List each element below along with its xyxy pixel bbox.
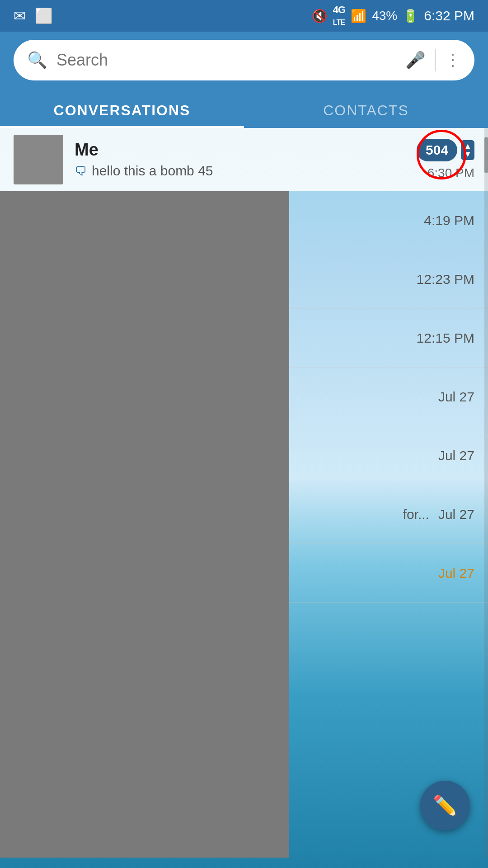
lte-icon: 4GLTE (333, 4, 345, 28)
status-bar-right: 🔇 4GLTE 📶 43% 🔋 6:32 PM (312, 4, 474, 28)
conv-time-3: 12:15 PM (417, 330, 474, 346)
search-icon: 🔍 (27, 51, 47, 70)
compose-button[interactable]: ✏️ (420, 781, 470, 830)
search-bar[interactable]: 🔍 🎤 ⋮ (14, 40, 474, 80)
scrollbar-thumb[interactable] (484, 137, 488, 173)
conv-time-5: Jul 27 (438, 448, 474, 463)
gray-overlay-panel (0, 191, 289, 858)
conv-preview-me: 🗨 hello this a bomb 45 (75, 163, 417, 179)
conv-time-me: 6:30 PM (427, 166, 474, 180)
conv-right-me: 504 ▲ ▼ 6:30 PM (417, 139, 474, 180)
signal-icon: 📶 (351, 9, 366, 24)
compose-icon: ✏️ (433, 794, 458, 817)
conv-time-2: 12:23 PM (417, 272, 474, 287)
conv-text-me: hello this a bomb 45 (92, 163, 213, 179)
avatar-me (14, 135, 63, 184)
time-display: 6:32 PM (424, 8, 474, 24)
conv-info-me: Me 🗨 hello this a bomb 45 (75, 140, 417, 179)
menu-icon[interactable]: ⋮ (445, 51, 461, 70)
arrow-down-icon: ▼ (464, 150, 472, 158)
battery-percent: 43% (372, 9, 397, 23)
main-content: Me 🗨 hello this a bomb 45 504 ▲ ▼ (0, 128, 488, 858)
conversation-item-me[interactable]: Me 🗨 hello this a bomb 45 504 ▲ ▼ (0, 128, 488, 191)
status-bar: ✉ ⬜ 🔇 4GLTE 📶 43% 🔋 6:32 PM (0, 0, 488, 32)
tab-conversations[interactable]: CONVERSATIONS (0, 89, 244, 128)
search-divider (435, 49, 436, 71)
message-icon: ✉ (14, 7, 26, 24)
search-bar-container: 🔍 🎤 ⋮ (0, 32, 488, 89)
conv-preview-6: for... (403, 507, 429, 522)
scrollbar[interactable] (484, 128, 488, 858)
status-bar-left: ✉ ⬜ (14, 7, 53, 24)
conv-name-me: Me (75, 140, 417, 160)
unread-badge: 504 (417, 139, 457, 161)
conv-time-1: 4:19 PM (424, 213, 474, 228)
battery-icon: 🔋 (403, 9, 418, 24)
search-input[interactable] (56, 51, 396, 70)
msg-type-icon: 🗨 (75, 164, 87, 179)
expand-arrows[interactable]: ▲ ▼ (461, 140, 474, 160)
tab-contacts[interactable]: CONTACTS (244, 89, 488, 128)
conv-time-6: Jul 27 (438, 507, 474, 522)
conv-time-7: Jul 27 (438, 566, 474, 581)
tabs-container: CONVERSATIONS CONTACTS (0, 89, 488, 128)
arrow-up-icon: ▲ (464, 142, 472, 150)
gallery-icon: ⬜ (35, 7, 53, 24)
conv-time-4: Jul 27 (438, 389, 474, 405)
mute-icon: 🔇 (312, 9, 328, 24)
badge-container: 504 (417, 139, 457, 161)
voice-icon[interactable]: 🎤 (405, 51, 426, 70)
